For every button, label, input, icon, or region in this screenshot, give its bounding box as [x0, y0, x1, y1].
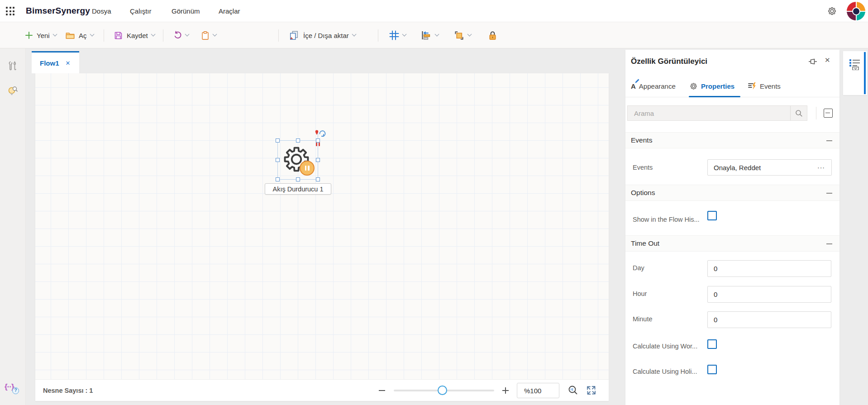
- chevron-down-icon[interactable]: [402, 32, 407, 37]
- resize-handle-ne[interactable]: [316, 138, 320, 143]
- events-bolt-icon: [748, 81, 757, 91]
- menu-calistir[interactable]: Çalıştır: [130, 0, 152, 22]
- zoom-in-button[interactable]: [501, 386, 510, 395]
- paste-button[interactable]: [201, 22, 216, 48]
- section-timeout-header[interactable]: Time Out: [625, 235, 839, 252]
- undo-button[interactable]: [173, 22, 189, 48]
- pause-badge-icon: [300, 161, 315, 176]
- show-history-label: Show in the Flow His...: [633, 216, 699, 223]
- node-label[interactable]: Akış Durdurucu 1: [265, 183, 331, 195]
- chevron-down-icon[interactable]: [213, 32, 217, 37]
- resize-handle-s[interactable]: [296, 177, 300, 181]
- search-icon[interactable]: [790, 106, 807, 120]
- topbar: BimserSynergy Dosya Çalıştır Görünüm Ara…: [0, 0, 868, 22]
- panel-search-row: [627, 105, 838, 121]
- toolbar-separator: [278, 29, 279, 42]
- zoom-reset-icon[interactable]: [568, 385, 579, 396]
- settings-gear-icon[interactable]: [827, 6, 837, 16]
- tab-appearance[interactable]: A Appearance: [631, 75, 676, 97]
- lock-button[interactable]: [488, 22, 497, 48]
- hour-input[interactable]: [707, 286, 831, 303]
- collapse-section-icon[interactable]: [826, 140, 832, 141]
- minute-label: Minute: [633, 315, 653, 323]
- section-events-header[interactable]: Events: [625, 132, 839, 148]
- grid-toggle-button[interactable]: [389, 22, 406, 48]
- resize-handle-sw[interactable]: [276, 177, 280, 181]
- properties-panel: Özellik Görüntüleyici ✕ A Appearance Pro…: [625, 50, 839, 405]
- tab-properties-label: Properties: [701, 82, 734, 90]
- tab-properties[interactable]: Properties: [689, 75, 734, 97]
- pin-icon[interactable]: [808, 57, 818, 67]
- toolbar-separator: [378, 29, 378, 42]
- open-button-label: Aç: [79, 32, 87, 39]
- group-button[interactable]: [454, 22, 471, 48]
- show-history-checkbox[interactable]: [707, 211, 717, 220]
- chevron-down-icon[interactable]: [52, 32, 57, 37]
- chevron-down-icon[interactable]: [435, 32, 439, 37]
- user-avatar-logo[interactable]: [847, 2, 865, 20]
- collapsed-panel-tab[interactable]: [843, 51, 867, 95]
- fullscreen-expand-icon[interactable]: [586, 385, 597, 396]
- events-row-label: Events: [633, 164, 653, 171]
- zoom-out-button[interactable]: [377, 386, 386, 395]
- tab-close-icon[interactable]: ✕: [66, 60, 71, 67]
- menu-araclar[interactable]: Araçlar: [219, 0, 240, 22]
- section-timeout-title: Time Out: [631, 239, 659, 248]
- app-launcher-waffle-icon[interactable]: [6, 7, 15, 16]
- folder-icon: [65, 31, 75, 40]
- search-separator: [816, 107, 816, 119]
- menu-dosya[interactable]: Dosya: [92, 0, 111, 22]
- hour-label: Hour: [633, 290, 647, 297]
- toolbox-icon[interactable]: [7, 60, 19, 73]
- chevron-down-icon[interactable]: [467, 32, 472, 37]
- events-value-field[interactable]: [707, 159, 811, 176]
- idea-search-icon[interactable]: [7, 85, 19, 97]
- gear-icon: [689, 82, 698, 91]
- zoom-level-input[interactable]: [517, 383, 559, 398]
- calc-holidays-label: Calculate Using Holi...: [633, 368, 697, 375]
- panel-close-icon[interactable]: ✕: [825, 56, 830, 64]
- open-button[interactable]: Aç: [65, 22, 94, 48]
- chevron-down-icon[interactable]: [151, 32, 155, 37]
- collapse-all-icon[interactable]: [824, 109, 833, 118]
- import-export-button[interactable]: İçe / Dışa aktar: [289, 22, 356, 48]
- new-button-label: Yeni: [37, 32, 50, 39]
- tab-events[interactable]: Events: [748, 75, 781, 97]
- chevron-down-icon[interactable]: [352, 32, 356, 37]
- calc-workdays-label: Calculate Using Wor...: [633, 343, 697, 350]
- minute-input[interactable]: [707, 311, 831, 328]
- script-help-icon[interactable]: {··} ?: [5, 382, 21, 395]
- save-button[interactable]: Kaydet: [114, 22, 155, 48]
- collapse-section-icon[interactable]: [826, 193, 832, 194]
- calc-holidays-checkbox[interactable]: [707, 365, 717, 374]
- align-button[interactable]: [421, 22, 439, 48]
- chevron-down-icon[interactable]: [90, 32, 94, 37]
- import-export-icon: [289, 30, 300, 40]
- events-more-button[interactable]: ···: [811, 159, 832, 176]
- search-box[interactable]: [627, 105, 807, 121]
- section-options-header[interactable]: Options: [625, 185, 839, 201]
- save-button-label: Kaydet: [127, 32, 148, 39]
- lock-icon: [488, 30, 497, 41]
- clipboard-icon: [201, 31, 210, 40]
- save-disk-icon: [114, 31, 123, 40]
- chevron-down-icon[interactable]: [185, 32, 190, 37]
- left-rail: {··} ?: [0, 48, 26, 405]
- app-window: BimserSynergy Dosya Çalıştır Görünüm Ara…: [0, 0, 868, 405]
- day-input[interactable]: [707, 260, 831, 277]
- object-count-label: Nesne Sayısı : 1: [43, 380, 93, 401]
- resize-handle-e[interactable]: [316, 158, 320, 162]
- new-button[interactable]: Yeni: [25, 22, 57, 48]
- form-fields-icon: [849, 58, 861, 70]
- search-input[interactable]: [628, 106, 790, 120]
- flow-canvas[interactable]: Akış Durdurucu 1: [35, 73, 609, 379]
- collapse-section-icon[interactable]: [826, 243, 832, 244]
- zoom-slider-handle[interactable]: [438, 386, 447, 395]
- active-tab-underline: [689, 96, 740, 97]
- section-events-title: Events: [631, 136, 652, 144]
- menu-gorunum[interactable]: Görünüm: [172, 0, 200, 22]
- calc-workdays-checkbox[interactable]: [707, 339, 717, 349]
- statusbar: Nesne Sayısı : 1: [35, 379, 609, 401]
- resize-handle-se[interactable]: [316, 177, 320, 181]
- tab-flow1[interactable]: Flow1 ✕: [32, 51, 79, 73]
